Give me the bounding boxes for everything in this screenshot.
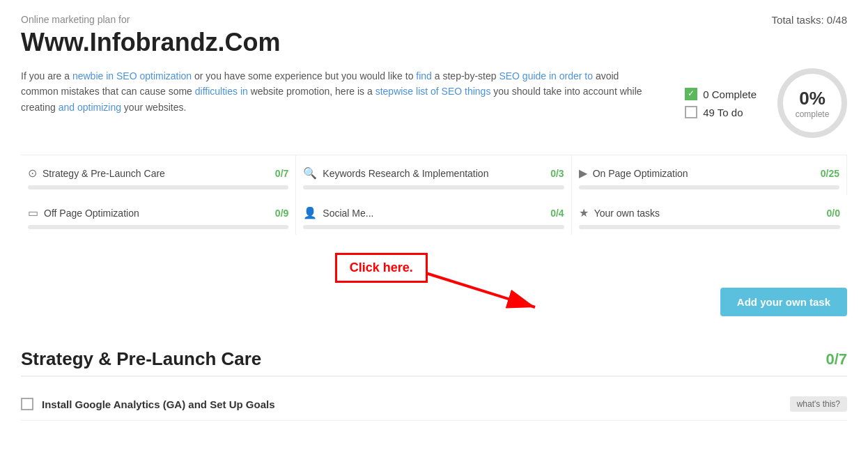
onpage-icon: ▶ xyxy=(579,166,587,180)
header-left: Online marketing plan for Www.Infobrandz… xyxy=(21,14,281,68)
owntasks-name: Your own tasks xyxy=(594,208,821,219)
content-area: If you are a newbie in SEO optimization … xyxy=(21,68,847,138)
circle-progress: 0% complete xyxy=(777,68,847,138)
onpage-name: On Page Optimization xyxy=(593,168,815,179)
add-task-area: Click here. Add your own task xyxy=(21,246,847,316)
complete-item: 0 Complete xyxy=(685,88,757,100)
social-count: 0/4 xyxy=(550,208,564,219)
task-label: Install Google Analytics (GA) and Set Up… xyxy=(42,398,782,410)
section-title: Strategy & Pre-Launch Care xyxy=(21,348,261,370)
section-title-row: Strategy & Pre-Launch Care 0/7 xyxy=(21,337,847,377)
click-here-annotation: Click here. xyxy=(335,253,428,283)
category-item-social[interactable]: 👤 Social Me... 0/4 xyxy=(296,195,571,235)
progress-percent: 0% xyxy=(799,88,826,109)
checklist: 0 Complete 49 To do xyxy=(685,88,757,118)
todo-checkbox xyxy=(685,106,697,118)
section-count: 0/7 xyxy=(826,350,847,368)
header-title: Www.Infobrandz.Com xyxy=(21,28,281,57)
strategy-count: 0/7 xyxy=(275,168,288,179)
social-name: Social Me... xyxy=(323,208,545,219)
description-text: If you are a newbie in SEO optimization … xyxy=(21,68,657,138)
strategy-icon: ⊙ xyxy=(28,166,37,180)
category-item-onpage[interactable]: ▶ On Page Optimization 0/25 xyxy=(572,155,847,195)
onpage-count: 0/25 xyxy=(821,168,839,179)
keywords-name: Keywords Research & Implementation xyxy=(323,168,545,179)
offpage-icon: ▭ xyxy=(28,206,38,219)
category-item-offpage[interactable]: ▭ Off Page Optimization 0/9 xyxy=(21,195,296,235)
category-item-owntasks[interactable]: ★ Your own tasks 0/0 xyxy=(572,195,847,235)
what-this-button[interactable]: what's this? xyxy=(790,396,847,412)
add-own-task-button[interactable]: Add your own task xyxy=(720,288,847,316)
owntasks-icon: ★ xyxy=(579,206,589,219)
social-icon: 👤 xyxy=(303,206,317,219)
offpage-name: Off Page Optimization xyxy=(44,208,270,219)
category-item-keywords[interactable]: 🔍 Keywords Research & Implementation 0/3 xyxy=(296,155,571,195)
todo-item: 49 To do xyxy=(685,106,757,118)
page-container: Online marketing plan for Www.Infobrandz… xyxy=(0,0,868,435)
category-item-strategy[interactable]: ⊙ Strategy & Pre-Launch Care 0/7 xyxy=(21,155,296,195)
strategy-name: Strategy & Pre-Launch Care xyxy=(42,168,270,179)
progress-label: complete xyxy=(796,109,830,119)
complete-checkbox xyxy=(685,88,697,100)
header-row: Online marketing plan for Www.Infobrandz… xyxy=(21,14,847,68)
total-tasks: Total tasks: 0/48 xyxy=(772,14,847,26)
task-checkbox[interactable] xyxy=(21,398,33,410)
categories-grid: ⊙ Strategy & Pre-Launch Care 0/7 🔍 Keywo… xyxy=(21,155,847,235)
todo-label: 49 To do xyxy=(703,107,743,118)
keywords-count: 0/3 xyxy=(550,168,564,179)
owntasks-count: 0/0 xyxy=(827,208,840,219)
offpage-count: 0/9 xyxy=(275,208,288,219)
complete-label: 0 Complete xyxy=(703,88,757,100)
header-subtitle: Online marketing plan for xyxy=(21,14,281,25)
keywords-icon: 🔍 xyxy=(303,166,317,180)
task-row: Install Google Analytics (GA) and Set Up… xyxy=(21,388,847,421)
stats-area: 0 Complete 49 To do 0% complete xyxy=(685,68,847,138)
